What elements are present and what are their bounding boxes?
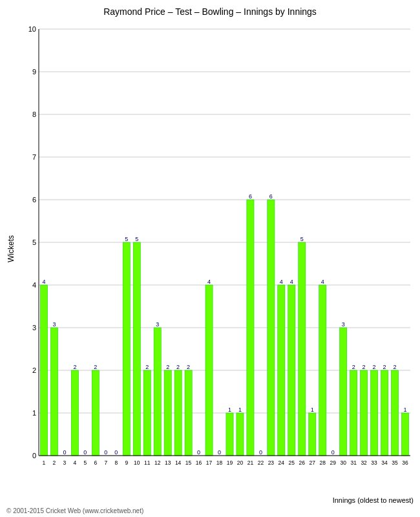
svg-text:3: 3: [63, 459, 67, 466]
svg-rect-84: [278, 285, 285, 456]
svg-text:2: 2: [53, 459, 56, 466]
svg-rect-96: [319, 285, 326, 456]
svg-text:32: 32: [361, 459, 367, 466]
svg-text:5: 5: [125, 236, 128, 242]
svg-text:26: 26: [299, 459, 306, 466]
svg-text:0: 0: [83, 449, 87, 456]
svg-text:36: 36: [402, 459, 408, 466]
svg-rect-57: [174, 370, 182, 456]
svg-rect-110: [371, 370, 378, 456]
svg-text:3: 3: [156, 321, 159, 328]
svg-text:6: 6: [32, 196, 36, 204]
svg-text:1: 1: [32, 409, 36, 417]
svg-rect-116: [391, 370, 398, 456]
svg-text:3: 3: [32, 324, 36, 332]
svg-rect-51: [154, 328, 161, 456]
svg-text:10: 10: [28, 25, 36, 33]
svg-rect-45: [133, 242, 140, 456]
svg-rect-101: [340, 328, 347, 456]
svg-text:14: 14: [175, 459, 182, 466]
svg-text:29: 29: [330, 459, 336, 466]
svg-text:8: 8: [114, 459, 118, 466]
svg-text:21: 21: [247, 459, 254, 466]
svg-text:2: 2: [373, 364, 376, 370]
svg-text:28: 28: [320, 459, 326, 466]
svg-text:30: 30: [340, 459, 346, 466]
svg-text:4: 4: [74, 459, 77, 466]
svg-text:34: 34: [381, 459, 388, 466]
chart-title: Raymond Price – Test – Bowling – Innings…: [0, 0, 420, 17]
svg-text:3: 3: [52, 321, 56, 328]
svg-rect-70: [226, 413, 233, 456]
svg-text:18: 18: [216, 459, 223, 466]
svg-text:2: 2: [94, 364, 97, 370]
svg-rect-76: [247, 200, 254, 456]
svg-rect-60: [185, 370, 192, 456]
svg-text:9: 9: [32, 68, 36, 76]
svg-text:7: 7: [104, 459, 107, 466]
svg-text:2: 2: [383, 364, 386, 370]
svg-text:0: 0: [63, 449, 66, 456]
y-axis-label: Wickets: [6, 235, 16, 262]
svg-text:10: 10: [134, 459, 140, 466]
svg-text:35: 35: [392, 459, 398, 466]
svg-text:2: 2: [394, 364, 397, 370]
svg-text:8: 8: [32, 111, 36, 118]
svg-rect-104: [350, 370, 357, 456]
svg-rect-54: [164, 370, 171, 456]
svg-text:20: 20: [237, 459, 244, 466]
svg-text:4: 4: [32, 281, 36, 289]
svg-text:0: 0: [259, 449, 262, 456]
svg-text:31: 31: [350, 459, 357, 466]
svg-rect-25: [50, 328, 58, 456]
svg-text:2: 2: [145, 364, 149, 370]
svg-text:2: 2: [73, 364, 76, 370]
svg-text:27: 27: [310, 459, 316, 466]
svg-text:5: 5: [135, 236, 138, 242]
svg-text:12: 12: [154, 459, 161, 466]
svg-text:6: 6: [94, 459, 97, 466]
svg-text:4: 4: [42, 279, 45, 285]
chart-container: Raymond Price – Test – Bowling – Innings…: [0, 0, 420, 517]
svg-text:9: 9: [125, 459, 128, 466]
svg-rect-42: [123, 242, 130, 456]
svg-rect-90: [299, 242, 306, 456]
svg-text:3: 3: [342, 321, 345, 328]
svg-rect-22: [40, 285, 47, 456]
svg-text:4: 4: [280, 279, 283, 285]
svg-text:6: 6: [269, 193, 273, 200]
svg-text:16: 16: [196, 459, 202, 466]
svg-text:4: 4: [290, 279, 293, 285]
x-axis-label: Innings (oldest to newest): [36, 496, 414, 504]
svg-text:5: 5: [32, 238, 36, 246]
svg-text:4: 4: [321, 279, 324, 285]
svg-text:0: 0: [218, 449, 221, 456]
svg-text:2: 2: [166, 364, 169, 370]
svg-rect-73: [236, 413, 244, 456]
svg-text:7: 7: [32, 153, 36, 161]
chart-svg: 0123456789104132032405260708595102113122…: [36, 23, 414, 475]
svg-text:11: 11: [144, 459, 151, 466]
svg-rect-81: [268, 200, 275, 456]
svg-text:23: 23: [268, 459, 275, 466]
copyright-text: © 2001-2015 Cricket Web (www.cricketweb.…: [6, 507, 143, 514]
svg-text:4: 4: [207, 279, 211, 285]
svg-text:33: 33: [371, 459, 377, 466]
svg-text:0: 0: [197, 449, 200, 456]
svg-text:6: 6: [249, 193, 252, 200]
svg-text:13: 13: [165, 459, 171, 466]
svg-text:22: 22: [258, 459, 264, 466]
svg-text:15: 15: [185, 459, 192, 466]
svg-text:2: 2: [362, 364, 366, 370]
svg-text:0: 0: [32, 452, 36, 459]
svg-text:1: 1: [43, 459, 46, 466]
svg-rect-93: [309, 413, 316, 456]
svg-text:2: 2: [352, 364, 355, 370]
svg-text:25: 25: [289, 459, 295, 466]
svg-text:1: 1: [228, 406, 231, 413]
svg-rect-65: [205, 285, 213, 456]
svg-text:2: 2: [32, 366, 36, 374]
svg-text:2: 2: [176, 364, 180, 370]
svg-rect-48: [143, 370, 151, 456]
svg-rect-35: [92, 370, 99, 456]
